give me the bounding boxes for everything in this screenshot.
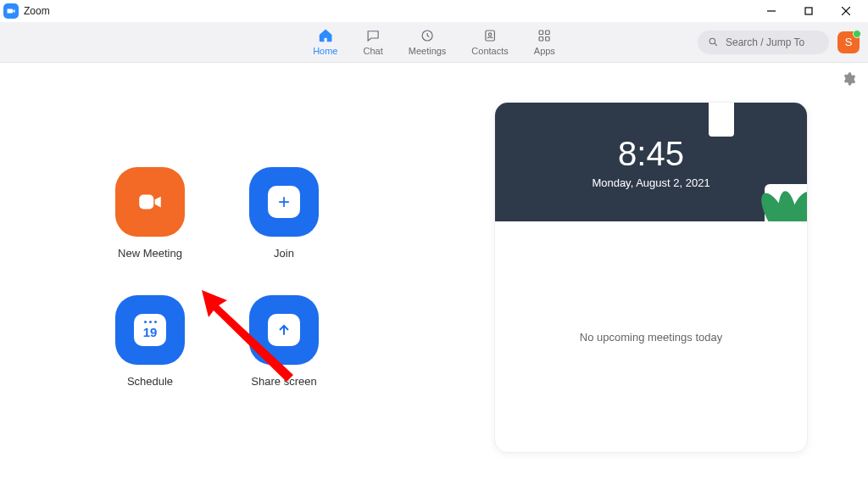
- empty-meetings-text: No upcoming meetings today: [580, 331, 722, 344]
- svg-rect-13: [139, 195, 153, 210]
- today-card: 8:45 Monday, August 2, 2021 No upcoming …: [494, 102, 808, 453]
- gear-icon: [841, 71, 856, 87]
- tab-label: Contacts: [471, 46, 508, 56]
- arrow-up-icon: [268, 314, 300, 346]
- clock-date: Monday, August 2, 2021: [592, 176, 709, 189]
- minimize-button[interactable]: [753, 0, 790, 22]
- clock-time: 8:45: [618, 135, 684, 173]
- contacts-icon: [481, 27, 498, 44]
- decor-plant-icon: [765, 184, 807, 221]
- tab-label: Meetings: [409, 46, 447, 56]
- search-placeholder: Search / Jump To: [726, 36, 804, 48]
- chat-icon: [364, 27, 381, 44]
- schedule-button[interactable]: 19: [115, 295, 185, 365]
- svg-point-11: [709, 38, 715, 44]
- calendar-day-number: 19: [143, 325, 158, 339]
- svg-rect-8: [546, 31, 550, 35]
- tab-apps[interactable]: Apps: [534, 27, 555, 56]
- info-panel: 8:45 Monday, August 2, 2021 No upcoming …: [434, 63, 868, 492]
- tab-home[interactable]: Home: [313, 27, 337, 56]
- tab-label: Apps: [534, 46, 555, 56]
- maximize-button[interactable]: [790, 0, 827, 22]
- top-navbar: Home Chat Meetings Contacts Apps Search …: [0, 22, 868, 63]
- action-label: New Meeting: [118, 247, 182, 260]
- svg-rect-1: [805, 8, 812, 14]
- svg-rect-9: [539, 37, 543, 42]
- main-content: New Meeting + Join 19 Schedule: [0, 63, 868, 492]
- action-label: Schedule: [127, 375, 173, 388]
- plus-icon: +: [268, 186, 300, 218]
- profile-avatar[interactable]: S: [837, 31, 860, 53]
- tab-label: Home: [313, 46, 337, 56]
- clock-icon: [419, 27, 436, 44]
- video-camera-icon: [134, 186, 166, 218]
- nav-tabs: Home Chat Meetings Contacts Apps: [313, 22, 555, 62]
- calendar-icon: 19: [134, 314, 166, 346]
- search-icon: [708, 36, 719, 48]
- action-label: Share screen: [251, 375, 316, 388]
- svg-point-6: [488, 33, 491, 36]
- tab-meetings[interactable]: Meetings: [409, 27, 447, 56]
- settings-button[interactable]: [841, 71, 856, 90]
- svg-rect-10: [546, 37, 550, 42]
- action-label: Join: [274, 247, 294, 260]
- action-share-screen: Share screen: [225, 295, 343, 388]
- join-button[interactable]: +: [249, 167, 319, 237]
- window-controls: [753, 0, 865, 22]
- tab-label: Chat: [363, 46, 382, 56]
- tab-chat[interactable]: Chat: [363, 27, 382, 56]
- window-title: Zoom: [24, 5, 50, 17]
- tab-contacts[interactable]: Contacts: [471, 27, 508, 56]
- clock-hero: 8:45 Monday, August 2, 2021: [495, 103, 807, 221]
- search-input[interactable]: Search / Jump To: [698, 31, 829, 54]
- action-schedule: 19 Schedule: [91, 295, 209, 388]
- action-join: + Join: [225, 167, 343, 260]
- decor-pot-icon: [709, 103, 734, 137]
- window-titlebar: Zoom: [0, 0, 868, 22]
- svg-rect-7: [539, 31, 543, 35]
- meetings-empty: No upcoming meetings today: [495, 221, 807, 452]
- share-screen-button[interactable]: [249, 295, 319, 365]
- avatar-initial: S: [845, 36, 853, 48]
- actions-panel: New Meeting + Join 19 Schedule: [0, 63, 434, 492]
- zoom-logo-icon: [3, 3, 19, 19]
- action-new-meeting: New Meeting: [91, 167, 209, 260]
- new-meeting-button[interactable]: [115, 167, 185, 237]
- topbar-right: Search / Jump To S: [698, 31, 868, 54]
- action-grid: New Meeting + Join 19 Schedule: [91, 167, 343, 388]
- svg-line-12: [715, 43, 717, 46]
- apps-icon: [536, 27, 553, 44]
- close-button[interactable]: [827, 0, 865, 22]
- home-icon: [317, 27, 334, 44]
